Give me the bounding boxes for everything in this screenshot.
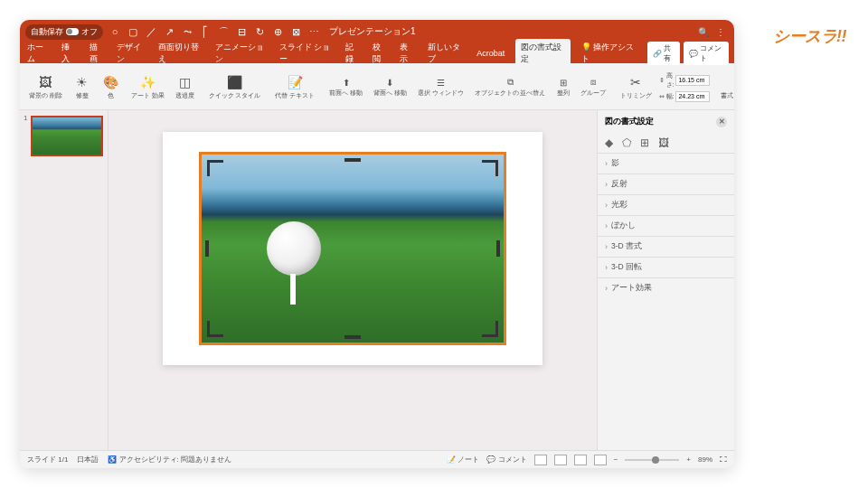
- forward-icon: ⬆: [340, 76, 353, 89]
- section-3d-rotation[interactable]: 3-D 回転: [598, 257, 734, 277]
- width-input[interactable]: [675, 91, 710, 102]
- connector-icon[interactable]: ⤳: [181, 25, 193, 38]
- picture-content: [202, 155, 504, 343]
- quick-style-button[interactable]: ⬛クイック スタイル: [205, 66, 265, 108]
- section-reflection[interactable]: 反射: [598, 174, 734, 194]
- crop-handle-bl[interactable]: [207, 321, 223, 337]
- crop-handle-tl[interactable]: [207, 160, 223, 176]
- section-blur[interactable]: ぼかし: [598, 215, 734, 236]
- slide-canvas[interactable]: [163, 132, 542, 365]
- tab-picture-format[interactable]: 図の書式設定: [515, 39, 571, 68]
- auto-save-label: 自動保存: [31, 26, 63, 38]
- alttext-icon: 📝: [286, 73, 304, 91]
- forward-button[interactable]: ⬆前面へ 移動: [326, 66, 366, 108]
- tab-view[interactable]: 表示: [398, 39, 416, 68]
- slideshow-view-button[interactable]: [594, 455, 607, 465]
- tab-draw[interactable]: 描画: [88, 39, 106, 68]
- backward-icon: ⬇: [383, 76, 396, 89]
- arc-icon[interactable]: ⌒: [217, 25, 230, 38]
- menubar: ホーム 挿入 描画 デザイン 画面切り替え アニメーション スライド ショー 記…: [20, 43, 734, 63]
- crop-button[interactable]: ✂トリミング: [617, 66, 656, 108]
- height-icon: ⇕: [659, 77, 665, 84]
- arrow-icon[interactable]: ↗: [163, 25, 175, 38]
- tab-slideshow[interactable]: スライド ショー: [278, 39, 335, 68]
- alt-text-button[interactable]: 📝代替 テキスト: [271, 66, 318, 108]
- textbox-icon[interactable]: ⊟: [235, 25, 248, 38]
- crop-handle-r[interactable]: [496, 240, 500, 257]
- presentation-title: プレゼンテーション1: [329, 25, 416, 38]
- quick-access-toolbar: ○ ▢ ／ ↗ ⤳ ⎡ ⌒ ⊟ ↻ ⊕ ⊠ ⋯: [108, 25, 320, 38]
- normal-view-button[interactable]: [534, 455, 547, 465]
- notes-button[interactable]: 📝 ノート: [447, 455, 479, 465]
- slide-number: 1: [24, 114, 27, 122]
- tab-transitions[interactable]: 画面切り替え: [156, 39, 204, 68]
- group-button[interactable]: ⧇グループ: [577, 66, 609, 108]
- auto-save-state: オフ: [81, 26, 98, 38]
- selection-pane-button[interactable]: ☰選択 ウィンドウ: [414, 66, 467, 108]
- backward-button[interactable]: ⬇背面へ 移動: [370, 66, 410, 108]
- more-icon[interactable]: ⋯: [307, 25, 320, 38]
- size-tab-icon[interactable]: ⊞: [640, 136, 649, 149]
- overflow-icon[interactable]: ⋮: [716, 27, 725, 37]
- square-icon[interactable]: ▢: [127, 25, 139, 38]
- tab-assist[interactable]: 💡 操作アシスト: [580, 39, 638, 68]
- color-button[interactable]: 🎨色: [99, 66, 124, 108]
- tab-design[interactable]: デザイン: [115, 39, 147, 68]
- tab-animations[interactable]: アニメーション: [213, 39, 269, 68]
- crop-handle-t[interactable]: [344, 158, 361, 162]
- slide-thumbnail-1[interactable]: 1: [25, 116, 102, 156]
- comments-status-button[interactable]: 💬 コメント: [486, 455, 526, 465]
- tab-record[interactable]: 記録: [344, 39, 362, 68]
- tab-insert[interactable]: 挿入: [60, 39, 78, 68]
- crop-handle-b[interactable]: [344, 335, 361, 339]
- crop-handle-br[interactable]: [482, 321, 498, 337]
- section-art-effects[interactable]: アート効果: [598, 277, 734, 298]
- redo-icon[interactable]: ↻: [253, 25, 266, 38]
- zoom-in-button[interactable]: +: [686, 455, 691, 464]
- section-shadow[interactable]: 影: [598, 153, 734, 174]
- arrange-button[interactable]: ⧉オブジェクトの 並べ替え: [471, 66, 550, 108]
- tab-review[interactable]: 校閲: [371, 39, 389, 68]
- section-glow[interactable]: 光彩: [598, 194, 734, 215]
- crop-handle-l[interactable]: [205, 240, 209, 257]
- bg-remove-button[interactable]: 🖼背景の 削除: [25, 66, 66, 108]
- line-icon[interactable]: ／: [145, 25, 157, 38]
- workspace: 1: [20, 110, 734, 450]
- close-icon[interactable]: ⊠: [289, 25, 302, 38]
- bracket-icon[interactable]: ⎡: [199, 25, 212, 38]
- art-effects-button[interactable]: ✨アート 効果: [127, 66, 168, 108]
- reading-view-button[interactable]: [574, 455, 587, 465]
- arrange-icon: ⧉: [504, 76, 516, 89]
- tab-acrobat[interactable]: Acrobat: [475, 46, 506, 61]
- tab-home[interactable]: ホーム: [25, 39, 51, 68]
- picture-tab-icon[interactable]: 🖼: [658, 136, 669, 149]
- circle-icon[interactable]: ○: [108, 25, 121, 38]
- format-pane-button[interactable]: ⚙書式 ウィンドウ: [717, 66, 734, 108]
- golf-ball: [267, 221, 321, 276]
- effects-tab-icon[interactable]: ⬠: [622, 136, 631, 149]
- sorter-view-button[interactable]: [554, 455, 567, 465]
- statusbar: スライド 1/1 日本語 ♿ アクセシビリティ: 問題ありません 📝 ノート 💬…: [20, 450, 734, 468]
- close-pane-button[interactable]: ✕: [716, 117, 727, 127]
- fill-tab-icon[interactable]: ◆: [605, 136, 613, 149]
- zoom-level[interactable]: 89%: [698, 455, 712, 464]
- format-pane-header: 図の書式設定 ✕: [598, 110, 734, 133]
- transparency-button[interactable]: ◫透過度: [172, 66, 198, 108]
- share-button[interactable]: 🔗 共有: [647, 42, 680, 65]
- zoom-out-button[interactable]: −: [614, 455, 618, 464]
- zoom-slider[interactable]: [625, 459, 679, 461]
- crop-handle-tr[interactable]: [482, 160, 498, 176]
- search-icon[interactable]: 🔍: [698, 27, 709, 37]
- corrections-icon: ☀: [73, 73, 91, 91]
- add-icon[interactable]: ⊕: [271, 25, 284, 38]
- height-input[interactable]: [675, 75, 710, 86]
- tab-newtab[interactable]: 新しいタブ: [426, 39, 467, 68]
- auto-save-toggle[interactable]: 自動保存 オフ: [25, 24, 103, 40]
- selected-picture[interactable]: [199, 152, 506, 345]
- align-button[interactable]: ⊞整列: [553, 66, 573, 108]
- section-3d-format[interactable]: 3-D 書式: [598, 236, 734, 257]
- fit-button[interactable]: ⛶: [720, 455, 727, 464]
- comments-button[interactable]: 💬 コメント: [684, 42, 729, 65]
- accessibility[interactable]: ♿ アクセシビリティ: 問題ありません: [108, 455, 231, 465]
- corrections-button[interactable]: ☀修整: [70, 66, 95, 108]
